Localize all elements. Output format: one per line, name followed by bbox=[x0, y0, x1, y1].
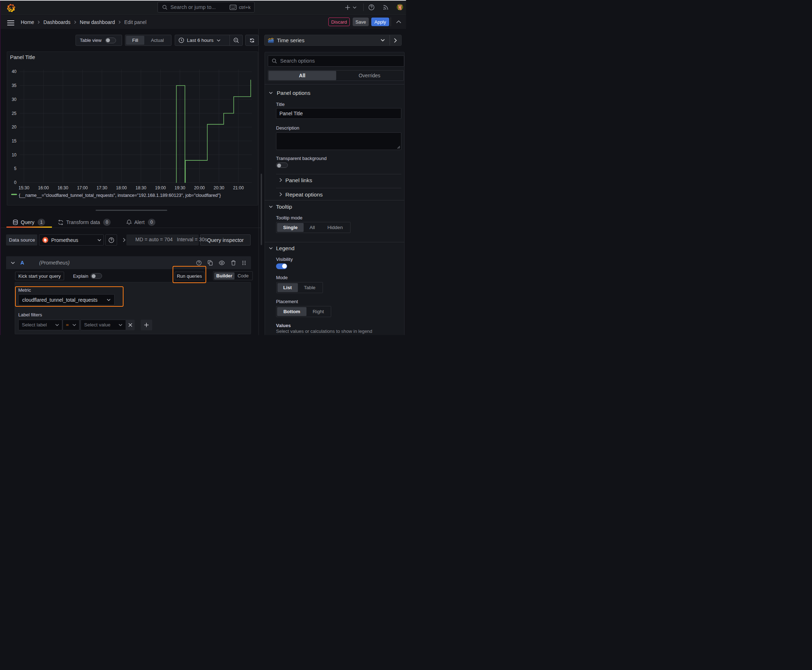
svg-text:19:00: 19:00 bbox=[155, 185, 166, 190]
svg-text:15:30: 15:30 bbox=[19, 185, 29, 190]
svg-text:18:00: 18:00 bbox=[116, 185, 127, 190]
svg-text:Panel Title: Panel Title bbox=[10, 54, 35, 60]
svg-text:16:00: 16:00 bbox=[38, 185, 49, 190]
svg-text:0: 0 bbox=[14, 180, 17, 185]
svg-text:20:30: 20:30 bbox=[214, 185, 224, 190]
svg-text:17:30: 17:30 bbox=[97, 185, 107, 190]
svg-text:15: 15 bbox=[12, 139, 17, 144]
svg-text:5: 5 bbox=[14, 166, 17, 171]
svg-text:40: 40 bbox=[12, 69, 17, 74]
svg-text:35: 35 bbox=[12, 83, 17, 88]
svg-text:18:30: 18:30 bbox=[136, 185, 146, 190]
svg-text:21:00: 21:00 bbox=[233, 185, 244, 190]
svg-text:16:30: 16:30 bbox=[58, 185, 68, 190]
svg-text:{__name__="cloudflared_tunnel_: {__name__="cloudflared_tunnel_total_requ… bbox=[19, 193, 221, 198]
svg-text:20:00: 20:00 bbox=[194, 185, 205, 190]
svg-text:10: 10 bbox=[12, 152, 17, 157]
svg-text:30: 30 bbox=[12, 97, 17, 102]
svg-text:25: 25 bbox=[12, 111, 17, 116]
svg-text:20: 20 bbox=[12, 125, 17, 130]
svg-text:17:00: 17:00 bbox=[77, 185, 88, 190]
svg-text:19:30: 19:30 bbox=[175, 185, 185, 190]
